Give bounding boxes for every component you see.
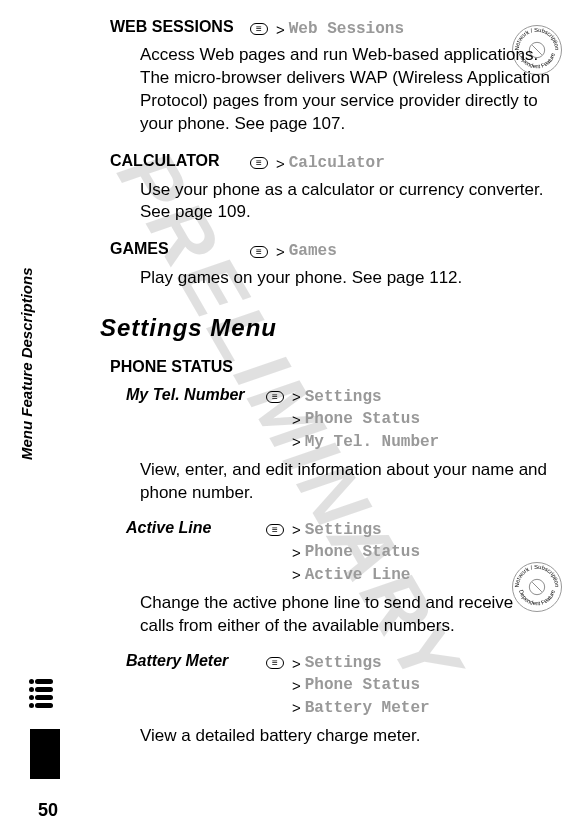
arrow-icon: >	[276, 241, 285, 262]
feature-description: View a detailed battery charge meter.	[126, 725, 550, 748]
path-item: Settings	[305, 652, 382, 674]
feature-web-sessions: WEB SESSIONS > Web Sessions Access Web p…	[110, 18, 550, 136]
feature-title: CALCULATOR	[110, 152, 250, 170]
section-heading: Settings Menu	[100, 314, 550, 342]
feature-title: Battery Meter	[126, 652, 266, 670]
arrow-icon: >	[292, 386, 301, 407]
menu-path: > Settings > Phone Status > My Tel. Numb…	[266, 386, 439, 453]
arrow-icon: >	[276, 19, 285, 40]
menu-path: > Web Sessions	[250, 18, 404, 40]
arrow-icon: >	[292, 697, 301, 718]
page-number: 50	[38, 800, 58, 821]
menu-icon	[266, 524, 284, 536]
arrow-icon: >	[292, 542, 301, 563]
feature-games: GAMES > Games Play games on your phone. …	[110, 240, 550, 289]
menu-path: > Settings > Phone Status > Active Line	[266, 519, 420, 586]
path-item: Active Line	[305, 564, 411, 586]
feature-description: Use your phone as a calculator or curren…	[110, 179, 550, 225]
arrow-icon: >	[292, 653, 301, 674]
path-item: Calculator	[289, 152, 385, 174]
menu-path: > Games	[250, 240, 337, 262]
arrow-icon: >	[292, 409, 301, 430]
feature-active-line: Active Line > Settings > Phone Status > …	[126, 519, 550, 638]
main-content: WEB SESSIONS > Web Sessions Access Web p…	[0, 0, 580, 777]
feature-battery-meter: Battery Meter > Settings > Phone Status …	[126, 652, 550, 748]
feature-description: View, enter, and edit information about …	[126, 459, 550, 505]
feature-title: My Tel. Number	[126, 386, 266, 404]
path-item: My Tel. Number	[305, 431, 439, 453]
feature-description: Change the active phone line to send and…	[126, 592, 550, 638]
menu-icon	[266, 391, 284, 403]
subsection-title: PHONE STATUS	[110, 358, 550, 376]
feature-description: Access Web pages and run Web-based appli…	[110, 44, 550, 136]
feature-title: Active Line	[126, 519, 266, 537]
path-item: Phone Status	[305, 408, 420, 430]
feature-calculator: CALCULATOR > Calculator Use your phone a…	[110, 152, 550, 224]
arrow-icon: >	[292, 564, 301, 585]
feature-description: Play games on your phone. See page 112.	[110, 267, 550, 290]
menu-path: > Settings > Phone Status > Battery Mete…	[266, 652, 430, 719]
arrow-icon: >	[276, 153, 285, 174]
path-item: Settings	[305, 386, 382, 408]
menu-icon	[250, 157, 268, 169]
path-item: Games	[289, 240, 337, 262]
path-item: Settings	[305, 519, 382, 541]
menu-icon	[266, 657, 284, 669]
menu-icon	[250, 246, 268, 258]
menu-path: > Calculator	[250, 152, 385, 174]
menu-icon	[250, 23, 268, 35]
path-item: Phone Status	[305, 674, 420, 696]
path-item: Phone Status	[305, 541, 420, 563]
arrow-icon: >	[292, 519, 301, 540]
arrow-icon: >	[292, 675, 301, 696]
feature-my-tel-number: My Tel. Number > Settings > Phone Status…	[126, 386, 550, 505]
arrow-icon: >	[292, 431, 301, 452]
feature-title: GAMES	[110, 240, 250, 258]
feature-title: WEB SESSIONS	[110, 18, 250, 36]
path-item: Battery Meter	[305, 697, 430, 719]
path-item: Web Sessions	[289, 18, 404, 40]
